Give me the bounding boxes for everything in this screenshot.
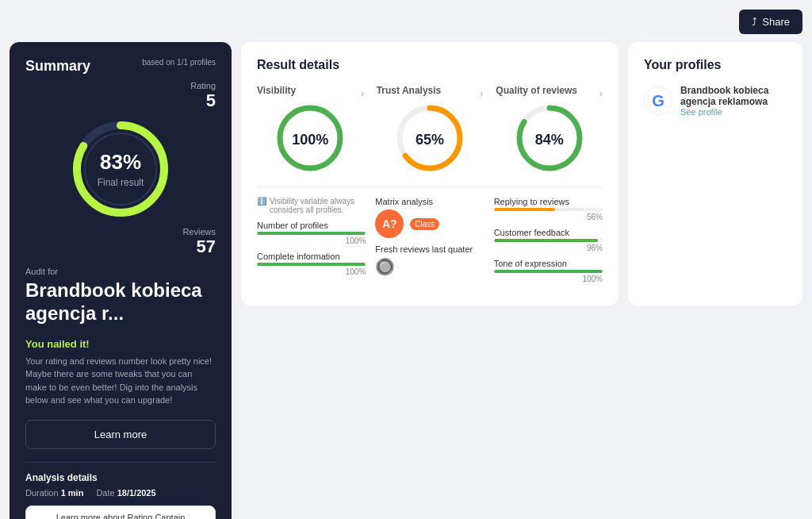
reviews-value: 57 bbox=[182, 236, 216, 257]
fresh-reviews-label: Fresh reviews last quater bbox=[375, 244, 484, 254]
visibility-chevron: › bbox=[361, 88, 364, 99]
quality-value: 84% bbox=[535, 132, 564, 148]
tone-label: Tone of expression bbox=[494, 259, 603, 268]
share-icon: ⤴ bbox=[752, 16, 757, 28]
summary-panel: Summary based on 1/1 profiles Rating 5 8… bbox=[10, 42, 232, 519]
quality-chevron: › bbox=[599, 88, 603, 99]
customer-feedback-val: 96% bbox=[494, 244, 603, 252]
profile-name: Brandbook kobieca agencja reklamowa bbox=[680, 85, 787, 107]
fresh-toggle-icon: 🔘 bbox=[375, 258, 395, 275]
visibility-note: ℹ️ Visibility variable always considers … bbox=[257, 197, 366, 214]
analysis-details-title: Analysis details bbox=[25, 472, 216, 483]
matrix-badge: A? bbox=[375, 210, 404, 238]
rating-value: 5 bbox=[190, 90, 216, 111]
replying-label: Replying to reviews bbox=[494, 197, 603, 206]
matrix-label: Matrix analysis bbox=[375, 197, 484, 206]
trust-analysis-metric: Trust Analysis › 65% bbox=[377, 85, 484, 177]
quality-label: Quality of reviews bbox=[496, 85, 577, 96]
audit-for-text: Audit for bbox=[25, 267, 216, 276]
complete-info-label: Complete information bbox=[257, 252, 366, 261]
matrix-class: Class bbox=[410, 218, 439, 230]
final-percent: 83% bbox=[98, 150, 144, 175]
based-on-text: based on 1/1 profiles bbox=[142, 58, 216, 67]
result-details-panel: Result details Visibility › 100% bbox=[241, 42, 619, 306]
profile-item: G Brandbook kobieca agencja reklamowa Se… bbox=[644, 85, 787, 117]
see-profile-link[interactable]: See profile bbox=[680, 107, 787, 117]
trust-value: 65% bbox=[416, 132, 444, 148]
nailed-it-title: You nailed it! bbox=[25, 338, 216, 350]
trust-chevron: › bbox=[480, 88, 483, 99]
result-details-title: Result details bbox=[257, 58, 603, 72]
quality-metric: Quality of reviews › 84% bbox=[496, 85, 603, 177]
num-profiles-val: 100% bbox=[257, 236, 366, 245]
nailed-it-desc: Your rating and reviews number look pret… bbox=[25, 355, 216, 407]
visibility-metric: Visibility › 100% bbox=[257, 85, 364, 177]
profile-logo: G bbox=[644, 86, 672, 115]
learn-more-captain-button[interactable]: Learn more about Rating Captain bbox=[25, 506, 216, 519]
rating-label: Rating bbox=[190, 81, 216, 90]
share-button[interactable]: ⤴ Share bbox=[739, 10, 802, 34]
customer-feedback-label: Customer feedback bbox=[494, 228, 603, 237]
final-label: Final result bbox=[98, 177, 144, 188]
profiles-title: Your profiles bbox=[644, 58, 787, 72]
analysis-duration: 1 min bbox=[61, 488, 84, 498]
visibility-value: 100% bbox=[292, 132, 328, 148]
profiles-panel: Your profiles G Brandbook kobieca agencj… bbox=[628, 42, 802, 306]
analysis-details: Analysis details Duration 1 min Date 18/… bbox=[25, 462, 216, 519]
replying-val: 56% bbox=[494, 213, 603, 221]
tone-val: 100% bbox=[494, 275, 603, 283]
learn-more-button[interactable]: Learn more bbox=[25, 420, 216, 449]
analysis-date: 18/1/2025 bbox=[117, 488, 156, 498]
num-profiles-label: Number of profiles bbox=[257, 221, 366, 230]
company-name: Brandbook kobieca agencja r... bbox=[25, 279, 216, 325]
visibility-label: Visibility bbox=[257, 85, 296, 96]
trust-label: Trust Analysis bbox=[377, 85, 442, 96]
reviews-label: Reviews bbox=[182, 227, 216, 236]
complete-info-val: 100% bbox=[257, 267, 366, 276]
